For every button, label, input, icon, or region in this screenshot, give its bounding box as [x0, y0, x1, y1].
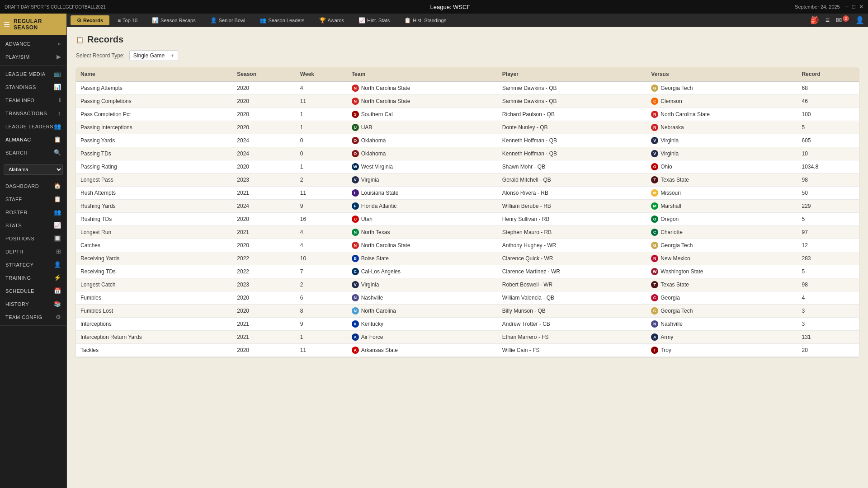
standings-icon: 📊 [54, 84, 61, 90]
sidebar-item-stats[interactable]: STATS 📈 [0, 219, 66, 232]
tab-hist-stats[interactable]: 📈 Hist. Stats [352, 15, 396, 25]
tab-hist-standings[interactable]: 📋 Hist. Standings [398, 15, 453, 25]
close-button[interactable]: ✕ [859, 4, 863, 10]
sidebar-item-teamconfig[interactable]: TEAM CONFIG ⚙ [0, 310, 66, 324]
stats-icon: 📈 [54, 222, 61, 229]
team-logo-icon: V [352, 176, 359, 183]
sidebar-item-training[interactable]: TRAINING ⚡ [0, 271, 66, 284]
tab-season-recaps[interactable]: 📊 Season Recaps [146, 15, 202, 25]
table-row[interactable]: Fumbles 2020 6 N Nashville William Valen… [76, 291, 859, 305]
cell-team: V Virginia [347, 174, 498, 187]
teaminfo-icon: ℹ [59, 97, 61, 103]
sidebar-item-search[interactable]: SEARCH 🔍 [0, 146, 66, 159]
cell-season: 2024 [232, 147, 296, 160]
tab-season-leaders[interactable]: 👥 Season Leaders [253, 15, 311, 25]
tab-senior-bowl[interactable]: 👤 Senior Bowl [204, 15, 252, 25]
sidebar-header[interactable]: ☰ REGULAR SEASON [0, 14, 66, 35]
sidebar-item-roster[interactable]: ROSTER 👥 [0, 206, 66, 219]
table-row[interactable]: Passing TDs 2024 0 O Oklahoma Kenneth Ho… [76, 147, 859, 160]
sidebar-item-teaminfo[interactable]: TEAM INFO ℹ [0, 94, 66, 107]
sidebar-item-leaguemedia[interactable]: LEAGUE MEDIA 📺 [0, 67, 66, 80]
table-row[interactable]: Interception Return Yards 2021 1 A Air F… [76, 331, 859, 344]
record-type-label: Select Record Type: [76, 52, 125, 59]
cell-name: Fumbles [76, 291, 232, 305]
maximize-button[interactable]: □ [852, 4, 855, 10]
table-row[interactable]: Rush Attempts 2021 11 L Louisiana State … [76, 187, 859, 200]
training-label: TRAINING [5, 275, 31, 281]
strategy-label: STRATEGY [5, 262, 33, 267]
table-row[interactable]: Passing Rating 2020 1 W West Virginia Sh… [76, 160, 859, 174]
table-row[interactable]: Passing Completions 2020 11 N North Caro… [76, 95, 859, 108]
sidebar-item-dashboard[interactable]: DASHBOARD 🏠 [0, 179, 66, 192]
sidebar-item-leagueleaders[interactable]: LEAGUE LEADERS 👥 [0, 120, 66, 133]
cell-name: Longest Run [76, 226, 232, 239]
cell-week: 1 [296, 108, 347, 121]
minimize-button[interactable]: − [845, 4, 849, 10]
cell-name: Passing Completions [76, 95, 232, 108]
sidebar-item-transactions[interactable]: TRANSACTIONS ↕ [0, 107, 66, 120]
table-row[interactable]: Rushing Yards 2024 9 F Florida Atlantic … [76, 200, 859, 213]
table-row[interactable]: Passing Interceptions 2020 1 U UAB Donte… [76, 121, 859, 134]
table-row[interactable]: Longest Pass 2023 2 V Virginia Gerald Mi… [76, 174, 859, 187]
team-logo-icon: S [352, 111, 359, 118]
cell-player: Anthony Hughey - WR [498, 239, 646, 252]
tab-top10[interactable]: ≡ Top 10 [111, 15, 144, 25]
table-row[interactable]: Passing Yards 2024 0 O Oklahoma Kenneth … [76, 134, 859, 147]
cell-team: F Florida Atlantic [347, 200, 498, 213]
cell-record: 97 [797, 226, 859, 239]
team-logo-icon: K [352, 320, 359, 328]
briefcase-icon[interactable]: 🎒 [810, 16, 819, 24]
table-row[interactable]: Rushing TDs 2020 16 U Utah Henry Sulliva… [76, 213, 859, 226]
cell-season: 2021 [232, 331, 296, 344]
sidebar-item-strategy[interactable]: STRATEGY 👤 [0, 258, 66, 271]
sidebar-item-advance[interactable]: ADVANCE » [0, 37, 66, 50]
cell-team: N North Texas [347, 226, 498, 239]
cell-record: 1034.8 [797, 160, 859, 174]
sidebar-item-schedule[interactable]: SCHEDULE 📅 [0, 284, 66, 297]
history-icon: 📚 [54, 300, 61, 307]
cell-record: 229 [797, 200, 859, 213]
user-icon[interactable]: 👤 [855, 16, 864, 24]
table-row[interactable]: Longest Catch 2023 2 V Virginia Robert B… [76, 278, 859, 291]
table-row[interactable]: Interceptions 2021 9 K Kentucky Andrew T… [76, 318, 859, 331]
table-row[interactable]: Pass Completion Pct 2020 1 S Southern Ca… [76, 108, 859, 121]
sidebar-item-positions[interactable]: POSITIONS 🔲 [0, 232, 66, 245]
tab-records[interactable]: ⊙ Records [71, 15, 109, 25]
window-title: League: WSCF [430, 4, 470, 10]
versus-name: North Carolina State [660, 111, 710, 117]
table-row[interactable]: Catches 2020 4 N North Carolina State An… [76, 239, 859, 252]
sidebar-item-history[interactable]: HISTORY 📚 [0, 297, 66, 310]
list-icon[interactable]: ≡ [826, 16, 830, 24]
positions-icon: 🔲 [54, 235, 61, 242]
team-name: North Carolina State [361, 85, 410, 91]
sidebar-item-almanac[interactable]: ALMANAC 📋 [0, 133, 66, 146]
cell-team: N North Carolina State [347, 81, 498, 95]
cell-name: Interceptions [76, 318, 232, 331]
sidebar-item-playsim[interactable]: PLAY/SIM ▶ [0, 50, 66, 63]
team-name: Kentucky [361, 321, 383, 327]
mail-icon[interactable]: ✉ [836, 16, 842, 24]
team-selector[interactable]: Alabama [4, 164, 63, 175]
cell-versus: N New Mexico [646, 252, 797, 265]
table-row[interactable]: Receiving TDs 2022 7 C Cal-Los Angeles C… [76, 265, 859, 278]
tab-awards[interactable]: 🏆 Awards [313, 15, 350, 25]
sidebar-item-standings[interactable]: STANDINGS 📊 [0, 80, 66, 94]
versus-logo-icon: C [651, 229, 658, 236]
cell-season: 2022 [232, 252, 296, 265]
versus-name: Troy [660, 347, 671, 353]
table-row[interactable]: Fumbles Lost 2020 8 N North Carolina Bil… [76, 305, 859, 318]
almanac-label: ALMANAC [5, 137, 31, 142]
table-row[interactable]: Receiving Yards 2022 10 B Boise State Cl… [76, 252, 859, 265]
versus-logo-icon: T [651, 347, 658, 354]
sidebar-item-staff[interactable]: STAFF 📋 [0, 192, 66, 206]
cell-week: 1 [296, 160, 347, 174]
table-row[interactable]: Tackles 2020 11 A Arkansas State Willie … [76, 344, 859, 357]
cell-season: 2023 [232, 278, 296, 291]
table-row[interactable]: Passing Attempts 2020 4 N North Carolina… [76, 81, 859, 95]
versus-logo-icon: C [651, 98, 658, 105]
sidebar-item-depth[interactable]: DEPTH ⊞ [0, 245, 66, 258]
record-type-select[interactable]: Single Game Season Career [129, 50, 178, 61]
versus-logo-icon: V [651, 150, 658, 157]
table-row[interactable]: Longest Run 2021 4 N North Texas Stephen… [76, 226, 859, 239]
versus-name: Georgia Tech [660, 308, 693, 314]
